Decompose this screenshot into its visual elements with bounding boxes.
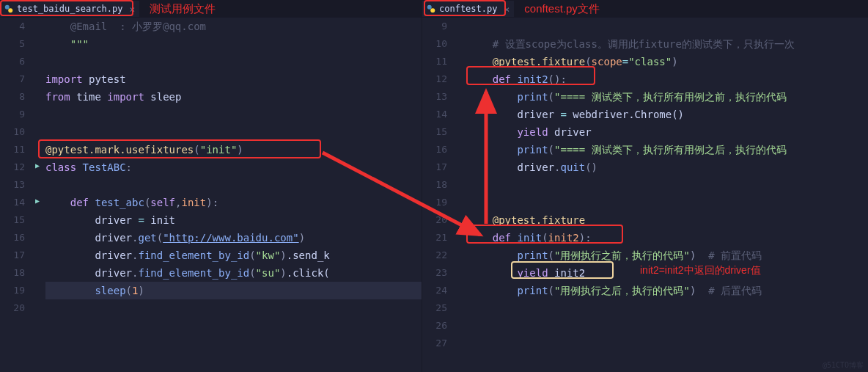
fold-gutter-left: ▶ ▶ [35,18,45,372]
python-file-icon [4,4,13,13]
tab-filename: conftest.py [439,4,497,14]
close-icon[interactable]: × [130,4,136,15]
svg-point-3 [430,8,435,12]
code-area-right[interactable]: 91011 121314 151617 181920 212223 242526… [422,18,868,372]
tab-filename: test_baidu_search.py [17,4,123,14]
tab-test-file[interactable]: test_baidu_search.py × [0,1,139,17]
fold-marker-icon[interactable]: ▶ [35,161,40,169]
code-content-right[interactable]: # 设置scope为class。调用此fixture的测试类下，只执行一次 @p… [468,18,868,372]
tab-annotation-right: conftest.py文件 [524,2,600,16]
python-file-icon [427,4,435,13]
tab-bar-right: conftest.py × conftest.py文件 [422,0,868,18]
code-content-left[interactable]: @Email : 小罗罗@qq.com """ import pytest fr… [45,18,422,372]
tab-conftest[interactable]: conftest.py × [422,1,514,17]
editor-pane-left: test_baidu_search.py × 测试用例文件 456 789 10… [0,0,422,372]
svg-point-0 [5,5,10,10]
watermark: @51CTO博客 [823,360,864,371]
svg-point-2 [427,5,432,10]
fold-marker-icon[interactable]: ▶ [35,197,40,205]
tab-annotation-left: 测试用例文件 [150,2,216,16]
gutter-right: 91011 121314 151617 181920 212223 242526… [422,18,457,372]
code-area-left[interactable]: 456 789 101112 131415 161718 1920 ▶ ▶ @E… [0,18,422,372]
editor-pane-right: conftest.py × conftest.py文件 91011 121314… [422,0,868,372]
tab-bar-left: test_baidu_search.py × 测试用例文件 [0,0,422,18]
fold-gutter-right [457,18,468,372]
gutter-left: 456 789 101112 131415 161718 1920 [0,18,35,372]
annotation-init2-note: init2=init2中返回的driver值 [640,264,761,277]
svg-point-1 [8,8,12,12]
close-icon[interactable]: × [504,4,510,15]
